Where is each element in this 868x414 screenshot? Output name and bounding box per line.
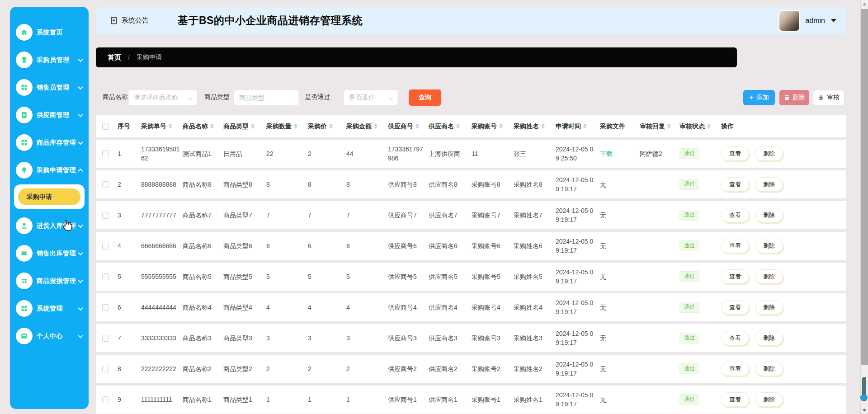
column-header[interactable]: 采购单号 bbox=[141, 122, 183, 131]
cell-supplier-no: 供应商号2 bbox=[388, 364, 429, 373]
sort-icon[interactable] bbox=[456, 123, 460, 129]
sort-icon[interactable] bbox=[415, 123, 419, 129]
column-header[interactable]: 申请时间 bbox=[556, 122, 600, 131]
status-badge: 通过 bbox=[679, 333, 699, 343]
breadcrumb-home[interactable]: 首页 bbox=[108, 53, 121, 62]
cell-time: 2024-12-05 09:19:17 bbox=[556, 268, 600, 286]
sidebar-item[interactable]: 供应商管理 bbox=[10, 101, 89, 129]
sort-icon[interactable] bbox=[329, 123, 333, 129]
sort-icon[interactable] bbox=[499, 123, 503, 129]
column-header[interactable]: 审核回复 bbox=[640, 122, 679, 131]
scroll-down-arrow-icon[interactable] bbox=[863, 409, 866, 412]
view-button[interactable]: 查看 bbox=[721, 331, 749, 345]
sort-icon[interactable] bbox=[707, 123, 711, 129]
sidebar-item[interactable]: 采购申请管理 bbox=[10, 156, 89, 184]
view-button[interactable]: 查看 bbox=[721, 239, 749, 253]
column-header[interactable]: 采购价 bbox=[308, 122, 346, 131]
sidebar-item[interactable]: 进货入库管理 bbox=[10, 212, 89, 240]
sidebar-item[interactable]: 系统首页 bbox=[10, 19, 89, 46]
sort-icon[interactable] bbox=[374, 123, 377, 129]
column-header[interactable]: 商品名称 bbox=[183, 122, 223, 131]
column-header[interactable]: 商品类型 bbox=[223, 122, 266, 131]
chevron-down-icon bbox=[78, 278, 83, 282]
row-checkbox[interactable] bbox=[102, 304, 109, 311]
card-icon bbox=[16, 328, 33, 344]
add-button[interactable]: + 添加 bbox=[743, 90, 775, 105]
announcement-button[interactable]: 系统公告 bbox=[111, 16, 149, 25]
sidebar-item[interactable]: 商品库存管理 bbox=[10, 129, 89, 156]
view-button[interactable]: 查看 bbox=[721, 392, 749, 407]
sidebar-item-label: 销售员管理 bbox=[37, 84, 79, 92]
row-delete-button[interactable]: 删除 bbox=[755, 146, 783, 161]
column-header[interactable]: 采购数量 bbox=[266, 122, 308, 131]
row-delete-button[interactable]: 删除 bbox=[755, 208, 783, 222]
sort-icon[interactable] bbox=[667, 123, 671, 129]
sidebar-item[interactable]: 销售出库管理 bbox=[10, 240, 89, 267]
row-checkbox[interactable] bbox=[102, 335, 109, 342]
scroll-up-arrow-icon[interactable] bbox=[863, 3, 866, 5]
scrollbar-thumb[interactable] bbox=[861, 9, 868, 365]
row-delete-button[interactable]: 删除 bbox=[755, 300, 783, 315]
cell-account: 采购账号8 bbox=[472, 180, 514, 189]
column-header[interactable]: 供应商号 bbox=[388, 122, 429, 131]
column-header[interactable]: 采购账号 bbox=[472, 122, 514, 131]
row-delete-button[interactable]: 删除 bbox=[755, 269, 783, 284]
row-checkbox[interactable] bbox=[102, 396, 109, 403]
column-header[interactable]: 供应商名 bbox=[429, 122, 472, 131]
avatar[interactable] bbox=[779, 11, 799, 31]
view-button[interactable]: 查看 bbox=[721, 177, 749, 192]
sort-icon[interactable] bbox=[210, 123, 214, 129]
row-checkbox[interactable] bbox=[102, 181, 109, 188]
vertical-scrollbar[interactable] bbox=[860, 0, 868, 414]
row-delete-button[interactable]: 删除 bbox=[755, 239, 783, 253]
sidebar-item[interactable]: 销售员管理 bbox=[10, 74, 89, 101]
sort-icon[interactable] bbox=[251, 123, 255, 129]
sidebar-item[interactable]: 系统管理 bbox=[10, 295, 89, 322]
select-all-checkbox[interactable] bbox=[102, 123, 109, 130]
sidebar-subitem-active[interactable]: 采购申请 bbox=[18, 188, 80, 205]
view-button[interactable]: 查看 bbox=[721, 269, 749, 284]
row-checkbox[interactable] bbox=[102, 151, 109, 157]
row-checkbox[interactable] bbox=[102, 243, 109, 249]
audit-button[interactable]: 审核 bbox=[813, 90, 844, 105]
cell-product-type: 商品类型2 bbox=[223, 364, 266, 373]
sort-icon[interactable] bbox=[541, 123, 545, 129]
search-button[interactable]: 查询 bbox=[409, 89, 441, 106]
row-delete-button[interactable]: 删除 bbox=[755, 392, 783, 407]
sort-icon[interactable] bbox=[169, 123, 172, 129]
column-header[interactable]: 采购金额 bbox=[346, 122, 388, 131]
column-label: 商品名称 bbox=[183, 122, 208, 131]
column-header[interactable]: 采购姓名 bbox=[514, 122, 556, 131]
view-button[interactable]: 查看 bbox=[721, 300, 749, 315]
view-button[interactable]: 查看 bbox=[721, 208, 749, 222]
cell-product-name: 测试商品1 bbox=[183, 149, 223, 158]
cell-file: 无 bbox=[600, 241, 640, 250]
sort-icon[interactable] bbox=[583, 123, 587, 129]
sort-icon[interactable] bbox=[294, 123, 297, 129]
delete-button[interactable]: 删除 bbox=[779, 90, 809, 105]
cell-product-type: 日用品 bbox=[223, 149, 266, 158]
pass-select[interactable]: 是否通过 bbox=[344, 90, 398, 105]
row-checkbox[interactable] bbox=[102, 212, 109, 219]
product-name-select[interactable]: 请选择商品名称 bbox=[128, 90, 197, 105]
download-link[interactable]: 下载 bbox=[600, 150, 613, 157]
row-delete-button[interactable]: 删除 bbox=[755, 331, 783, 345]
cell-file: 无 bbox=[600, 303, 640, 312]
plus-icon: + bbox=[749, 94, 753, 101]
row-delete-button[interactable]: 删除 bbox=[755, 362, 783, 376]
column-label: 采购数量 bbox=[266, 122, 292, 131]
row-delete-button[interactable]: 删除 bbox=[755, 177, 783, 192]
user-menu[interactable]: admin bbox=[779, 11, 836, 31]
view-button[interactable]: 查看 bbox=[721, 146, 749, 161]
document-icon bbox=[111, 17, 118, 24]
product-type-input[interactable] bbox=[234, 90, 299, 105]
sidebar-item[interactable]: 采购员管理 bbox=[10, 46, 89, 74]
row-checkbox[interactable] bbox=[102, 273, 109, 280]
sidebar-item[interactable]: 个人中心 bbox=[10, 322, 89, 350]
column-header[interactable]: 审核状态 bbox=[679, 122, 721, 131]
sidebar-item[interactable]: 商品报损管理 bbox=[10, 267, 89, 295]
view-button[interactable]: 查看 bbox=[721, 362, 749, 376]
cell-supplier-no: 供应商号6 bbox=[388, 241, 429, 250]
row-checkbox[interactable] bbox=[102, 366, 109, 372]
cell-price: 2 bbox=[308, 364, 346, 373]
